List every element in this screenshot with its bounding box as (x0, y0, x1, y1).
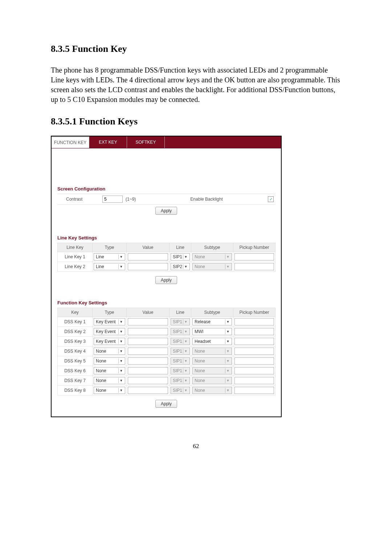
text-field[interactable] (128, 367, 168, 374)
table-row: DSS Key 6None▼SIP1▼None▼ (58, 366, 275, 376)
text-field[interactable] (128, 318, 168, 325)
cell-key: DSS Key 4 (58, 346, 93, 356)
chevron-down-icon: ▼ (225, 254, 230, 259)
select-field: SIP1▼ (171, 367, 190, 374)
cell-key: DSS Key 2 (58, 327, 93, 337)
select-field: None▼ (192, 253, 232, 260)
select-field: SIP1▼ (171, 377, 190, 384)
th-line: Line (170, 308, 191, 317)
chevron-down-icon: ▼ (183, 339, 188, 344)
text-field[interactable] (128, 338, 168, 345)
select-field[interactable]: None▼ (94, 357, 125, 365)
tab-softkey[interactable]: SOFTKEY (127, 136, 165, 148)
text-field[interactable] (128, 263, 168, 270)
chevron-down-icon: ▼ (183, 319, 188, 324)
select-field[interactable]: SIP2▼ (171, 263, 190, 270)
select-field[interactable]: Key Event▼ (94, 328, 125, 335)
cell-key: DSS Key 7 (58, 376, 93, 386)
subsection-heading: 8.3.5.1 Function Keys (51, 116, 341, 127)
chevron-down-icon: ▼ (225, 264, 230, 269)
select-field[interactable]: Key Event▼ (94, 318, 125, 325)
chevron-down-icon: ▼ (183, 358, 188, 364)
th-type: Type (93, 308, 127, 317)
table-row: DSS Key 1Key Event▼SIP1▼Release▼ (58, 317, 275, 327)
th-pickup: Pickup Number (233, 308, 275, 317)
table-row: Line Key 2Line▼SIP2▼None▼ (58, 262, 275, 272)
cell-key: DSS Key 3 (58, 337, 93, 346)
text-field[interactable] (234, 367, 274, 374)
chevron-down-icon: ▼ (118, 368, 124, 373)
table-row: DSS Key 3Key Event▼SIP1▼Headset▼ (58, 337, 275, 346)
select-field[interactable]: Headset▼ (192, 338, 232, 345)
chevron-down-icon: ▼ (225, 368, 230, 373)
chevron-down-icon: ▼ (183, 349, 188, 354)
function-key-title: Function Key Settings (57, 300, 275, 305)
apply-function-button[interactable]: Apply (155, 400, 177, 408)
page-number: 62 (51, 443, 341, 450)
th-subtype: Subtype (191, 308, 233, 317)
select-field[interactable]: None▼ (94, 387, 125, 394)
tab-ext-key[interactable]: EXT KEY (89, 136, 127, 148)
text-field[interactable] (234, 338, 274, 345)
table-row: DSS Key 2Key Event▼SIP1▼MWI▼ (58, 327, 275, 337)
line-key-table: Line Key Type Value Line Subtype Pickup … (57, 243, 275, 272)
text-field[interactable] (234, 253, 274, 260)
select-field: None▼ (192, 263, 232, 270)
chevron-down-icon: ▼ (225, 358, 230, 364)
text-field[interactable] (128, 357, 168, 365)
select-field[interactable]: Line▼ (94, 263, 125, 270)
chevron-down-icon: ▼ (183, 254, 188, 259)
text-field[interactable] (234, 387, 274, 394)
line-key-title: Line Key Settings (57, 235, 275, 241)
chevron-down-icon: ▼ (183, 378, 188, 383)
tab-function-key[interactable]: FUNCTION KEY (52, 136, 89, 148)
select-field[interactable]: Release▼ (192, 318, 232, 325)
select-field: SIP1▼ (171, 348, 190, 355)
chevron-down-icon: ▼ (118, 378, 124, 383)
select-field[interactable]: MWI▼ (192, 328, 232, 335)
cell-key: DSS Key 1 (58, 317, 93, 327)
apply-line-button[interactable]: Apply (155, 276, 177, 284)
chevron-down-icon: ▼ (183, 264, 188, 269)
contrast-input[interactable] (102, 196, 123, 203)
select-field[interactable]: None▼ (94, 367, 125, 374)
text-field[interactable] (128, 328, 168, 335)
text-field[interactable] (234, 263, 274, 270)
text-field[interactable] (128, 377, 168, 384)
function-key-table: Key Type Value Line Subtype Pickup Numbe… (57, 308, 275, 395)
chevron-down-icon: ▼ (225, 388, 230, 393)
chevron-down-icon: ▼ (118, 349, 124, 354)
text-field[interactable] (128, 348, 168, 355)
config-panel: FUNCTION KEY EXT KEY SOFTKEY Screen Conf… (51, 136, 282, 417)
select-field[interactable]: Key Event▼ (94, 338, 125, 345)
table-row: DSS Key 7None▼SIP1▼None▼ (58, 376, 275, 386)
text-field[interactable] (234, 348, 274, 355)
text-field[interactable] (128, 253, 168, 260)
select-field[interactable]: None▼ (94, 377, 125, 384)
backlight-label: Enable Backlight (190, 197, 222, 202)
cell-key: Line Key 2 (58, 262, 93, 272)
apply-screen-button[interactable]: Apply (155, 207, 177, 215)
select-field: None▼ (192, 387, 232, 394)
chevron-down-icon: ▼ (118, 388, 124, 393)
select-field[interactable]: Line▼ (94, 253, 125, 260)
chevron-down-icon: ▼ (225, 378, 230, 383)
chevron-down-icon: ▼ (118, 329, 124, 334)
select-field: SIP1▼ (171, 318, 190, 325)
text-field[interactable] (234, 357, 274, 365)
text-field[interactable] (128, 387, 168, 394)
chevron-down-icon: ▼ (183, 388, 188, 393)
text-field[interactable] (234, 377, 274, 384)
select-field[interactable]: SIP1▼ (171, 253, 190, 260)
select-field[interactable]: None▼ (94, 348, 125, 355)
select-field: SIP1▼ (171, 357, 190, 365)
th-line: Line (170, 243, 191, 252)
text-field[interactable] (234, 318, 274, 325)
text-field[interactable] (234, 328, 274, 335)
screen-config-title: Screen Configuration (57, 186, 275, 192)
backlight-checkbox[interactable]: ✓ (268, 196, 274, 202)
tab-bar: FUNCTION KEY EXT KEY SOFTKEY (52, 136, 281, 148)
intro-paragraph: The phone has 8 programmable DSS/Functio… (51, 65, 341, 104)
select-field: None▼ (192, 377, 232, 384)
table-row: DSS Key 8None▼SIP1▼None▼ (58, 386, 275, 395)
